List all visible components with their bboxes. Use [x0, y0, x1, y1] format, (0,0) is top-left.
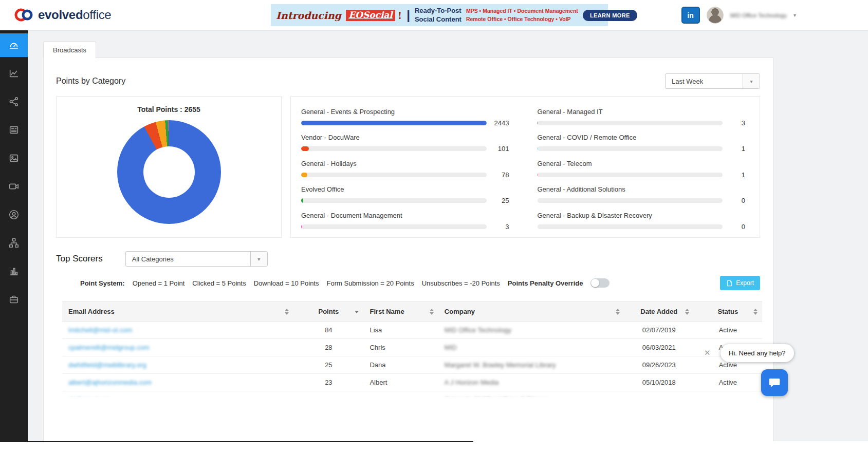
learn-more-button[interactable]: LEARN MORE: [583, 10, 637, 21]
sort-icon: [753, 309, 758, 315]
bar-value: 78: [487, 171, 509, 179]
point-system-label: Point System:: [80, 279, 125, 287]
chat-tooltip-close-icon[interactable]: ✕: [704, 348, 711, 357]
sort-desc-icon: [355, 311, 359, 314]
period-select-value: Last Week: [666, 78, 743, 85]
bar-label: Evolved Office: [301, 185, 509, 193]
banner-product-text: EOSocial: [346, 10, 395, 21]
brand-name-light: office: [83, 8, 111, 22]
sidebar-item-videos[interactable]: [0, 175, 28, 198]
point-system-row: Point System: Opened = 1 Point Clicked =…: [44, 267, 773, 290]
table-row: zh@cawd.net17ZhannaColorado All Wheel Dr…: [62, 391, 762, 398]
sidebar-item-newsletters[interactable]: [0, 118, 28, 142]
first-name-cell: Lisa: [363, 322, 438, 339]
bar-track: [301, 224, 487, 229]
points-penalty-override-label: Points Penalty Override: [508, 279, 583, 287]
first-name-cell: Chris: [363, 339, 438, 356]
chat-button[interactable]: [761, 369, 788, 396]
sort-icon: [430, 309, 434, 315]
top-scorers-table: Email AddressPointsFirst NameCompanyDate…: [62, 301, 762, 397]
bar-label: Vendor - DocuWare: [301, 134, 509, 141]
bar-chart-icon: [8, 266, 20, 277]
top-scorers-header: Top Scorers All Categories ▾: [44, 238, 773, 267]
sidebar-item-images[interactable]: [0, 146, 28, 170]
banner-ready-line2: Social Content: [415, 15, 461, 24]
column-header-status[interactable]: Status: [694, 302, 762, 322]
total-points-title: Total Points : 2655: [57, 105, 281, 114]
donut-chart-card: Total Points : 2655: [56, 96, 282, 238]
email-link[interactable]: dwhitfield@mwblibrary.org: [68, 361, 146, 369]
company-cell: Colorado All Wheel Drive & Fitness: [445, 396, 548, 397]
column-header-first-name[interactable]: First Name: [363, 302, 438, 322]
email-link[interactable]: cpalmerelli@midgroup.com: [68, 344, 150, 351]
bar-value: 0: [723, 223, 745, 231]
date-added-cell: 03/23/2020: [624, 391, 694, 398]
period-select[interactable]: Last Week ▾: [665, 73, 760, 89]
promo-banner[interactable]: Introducing EOSocial ! | Ready-To-Post S…: [271, 4, 608, 26]
brand-logo-icon: [13, 5, 34, 25]
sidebar-item-share[interactable]: [0, 90, 28, 114]
banner-product-suffix: !: [398, 10, 402, 21]
sort-icon: [616, 309, 620, 315]
column-header-date-added[interactable]: Date Added: [624, 302, 694, 322]
brand-logo[interactable]: evolvedoffice: [13, 5, 111, 25]
bar-label: General - Events & Prospecting: [301, 108, 509, 116]
tab-broadcasts[interactable]: Broadcasts: [43, 41, 96, 58]
tab-bar: Broadcasts: [28, 30, 868, 58]
banner-ready-text: Ready-To-Post Social Content: [415, 7, 461, 24]
points-cell: 84: [293, 322, 363, 339]
bar-fill: [301, 173, 307, 177]
category-bar-item: General - Managed IT3: [538, 105, 746, 130]
top-scorers-table-wrapper: Email AddressPointsFirst NameCompanyDate…: [62, 301, 762, 397]
sidebar-item-organization[interactable]: [0, 231, 28, 255]
email-link[interactable]: lmitchell@mid-ot.com: [68, 326, 132, 334]
points-penalty-toggle[interactable]: [590, 278, 610, 288]
status-cell: Active: [694, 374, 762, 391]
bar-value: 0: [723, 197, 745, 204]
table-row: albert@ajhorizonmedia.com23AlbertA J Hor…: [62, 374, 762, 391]
sidebar-item-dashboard[interactable]: [0, 33, 28, 57]
sidebar-item-reports[interactable]: [0, 259, 28, 283]
bar-fill: [301, 198, 303, 203]
sidebar-item-analytics[interactable]: [0, 62, 28, 85]
bar-label: General - Backup & Disaster Recovery: [538, 212, 746, 219]
app-header: evolvedoffice Introducing EOSocial ! | R…: [0, 0, 868, 30]
point-system-item-unsubscribes: Unsubscribes = -20 Points: [422, 279, 500, 287]
category-bar-item: General - Holidays78: [301, 157, 509, 182]
avatar[interactable]: [707, 7, 724, 24]
banner-ready-line1: Ready-To-Post: [415, 7, 461, 15]
main-content: Broadcasts Points by Category Last Week …: [28, 30, 868, 453]
point-system-item-download: Download = 10 Points: [254, 279, 319, 287]
sidebar-item-business[interactable]: [0, 288, 28, 311]
column-header-company[interactable]: Company: [438, 302, 624, 322]
email-link[interactable]: zh@cawd.net: [68, 396, 109, 397]
first-name-cell: Albert: [363, 374, 438, 391]
donut-chart: [117, 120, 221, 224]
user-name[interactable]: MID Office Technology: [730, 12, 787, 18]
bar-value: 2443: [487, 119, 509, 127]
bar-track: [538, 198, 723, 203]
export-button[interactable]: Export: [720, 276, 760, 290]
points-cell: 28: [293, 339, 363, 356]
chevron-down-icon[interactable]: ▾: [793, 12, 796, 18]
status-cell: Active: [694, 391, 762, 398]
point-system-item-form: Form Submission = 20 Points: [327, 279, 414, 287]
brand-name-bold: evolved: [38, 8, 83, 22]
sidebar: [0, 30, 28, 453]
column-header-email-address[interactable]: Email Address: [62, 302, 293, 322]
column-header-points[interactable]: Points: [293, 302, 363, 322]
bar-label: General - Additional Solutions: [538, 185, 746, 193]
table-row: dwhitfield@mwblibrary.org25DanaMargaret …: [62, 356, 762, 374]
category-filter-value: All Categories: [126, 255, 250, 263]
bar-track: [538, 173, 723, 177]
chat-tooltip: Hi. Need any help?: [721, 344, 794, 362]
email-link[interactable]: albert@ajhorizonmedia.com: [68, 379, 152, 386]
sidebar-item-contacts[interactable]: [0, 203, 28, 226]
social-icon[interactable]: in: [681, 7, 700, 24]
category-bar-item: Evolved Office25: [301, 182, 509, 208]
line-chart-icon: [8, 68, 20, 79]
bar-value: 3: [487, 223, 509, 231]
points-by-category-body: Total Points : 2655 General - Events & P…: [44, 96, 773, 238]
category-filter-select[interactable]: All Categories ▾: [125, 251, 268, 267]
bar-label: General - Document Management: [301, 212, 509, 219]
